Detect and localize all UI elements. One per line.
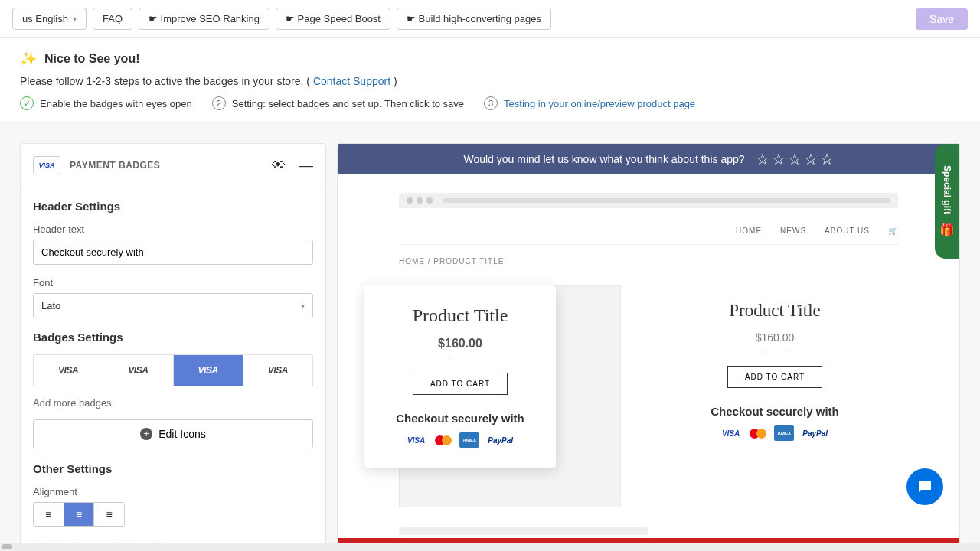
welcome-title: Nice to See you! bbox=[44, 52, 139, 66]
align-right-button[interactable]: ≡ bbox=[94, 503, 124, 526]
settings-panel: VISA PAYMENT BADGES 👁 — Header Settings … bbox=[20, 143, 326, 551]
edit-icons-button[interactable]: + Edit Icons bbox=[33, 419, 313, 448]
visa-logo-icon: VISA bbox=[33, 156, 60, 174]
chat-icon bbox=[916, 478, 934, 496]
check-icon: ✓ bbox=[20, 96, 34, 110]
alignment-label: Alignment bbox=[33, 486, 313, 497]
font-select[interactable]: Lato ▾ bbox=[33, 293, 313, 318]
badge-option-3[interactable]: VISA bbox=[174, 355, 243, 386]
step-2: 2 Setting: select badges and set up. The… bbox=[212, 96, 464, 110]
sparkle-icon: ✨ bbox=[20, 51, 37, 67]
testing-link[interactable]: Testing in your online/preview product p… bbox=[504, 98, 695, 109]
gift-icon: 🎁 bbox=[939, 223, 955, 237]
paypal-icon: PayPal bbox=[485, 432, 515, 448]
nav-home[interactable]: HOME bbox=[736, 227, 762, 235]
preview-area: Would you mind let us know what you thin… bbox=[337, 143, 960, 551]
badge-option-4[interactable]: VISA bbox=[243, 355, 312, 386]
star-icon[interactable]: ☆ bbox=[804, 150, 818, 168]
star-icon[interactable]: ☆ bbox=[820, 150, 834, 168]
popup-payment-icons: VISA AMEX PayPal bbox=[405, 432, 515, 448]
step-1: ✓ Enable the badges with eyes open bbox=[20, 96, 192, 110]
collapse-icon[interactable]: — bbox=[299, 158, 313, 174]
nav-about[interactable]: ABOUT US bbox=[825, 227, 870, 235]
nav-news[interactable]: NEWS bbox=[780, 227, 806, 235]
breadcrumb: HOME / PRODUCT TITLE bbox=[399, 245, 898, 278]
plus-icon: + bbox=[140, 428, 152, 440]
popup-product-title: Product Title bbox=[413, 305, 508, 326]
visa-icon: VISA bbox=[720, 425, 742, 441]
contact-support-link[interactable]: Contact Support bbox=[313, 75, 390, 87]
popup-add-to-cart-button[interactable]: ADD TO CART bbox=[413, 373, 508, 395]
horizontal-scrollbar[interactable] bbox=[0, 543, 980, 551]
intro-description: Please follow 1-2-3 steps to active the … bbox=[20, 75, 960, 87]
amex-icon: AMEX bbox=[459, 432, 479, 448]
rating-bar[interactable]: Would you mind let us know what you thin… bbox=[338, 144, 959, 174]
add-more-badges-label: Add more badges bbox=[33, 397, 313, 409]
eye-icon[interactable]: 👁 bbox=[272, 158, 286, 174]
align-left-button[interactable]: ≡ bbox=[34, 503, 64, 526]
chat-button[interactable] bbox=[906, 468, 943, 505]
paypal-icon: PayPal bbox=[800, 425, 830, 441]
star-icon[interactable]: ☆ bbox=[772, 150, 786, 168]
header-settings-title: Header Settings bbox=[33, 200, 313, 213]
add-to-cart-button[interactable]: ADD TO CART bbox=[727, 366, 822, 388]
star-icon[interactable]: ☆ bbox=[756, 150, 769, 168]
chevron-down-icon: ▾ bbox=[73, 15, 77, 23]
link-page-speed[interactable]: ☛ Page Speed Boost bbox=[276, 8, 390, 30]
faq-button[interactable]: FAQ bbox=[93, 8, 132, 30]
link-improve-seo[interactable]: ☛ Improve SEO Ranking bbox=[139, 8, 270, 30]
cart-icon[interactable]: 🛒 bbox=[888, 227, 898, 235]
popup-product-price: $160.00 bbox=[438, 337, 482, 350]
language-select[interactable]: us English ▾ bbox=[12, 8, 87, 30]
browser-chrome bbox=[399, 193, 898, 208]
font-label: Font bbox=[33, 277, 313, 289]
link-high-converting[interactable]: ☛ Build high-converting pages bbox=[397, 8, 551, 30]
other-settings-title: Other Settings bbox=[33, 462, 313, 475]
product-title: Product Title bbox=[729, 301, 821, 321]
star-icon[interactable]: ☆ bbox=[788, 150, 802, 168]
step-3: 3 Testing in your online/preview product… bbox=[484, 96, 695, 110]
header-text-input[interactable] bbox=[33, 240, 313, 265]
chevron-down-icon: ▾ bbox=[301, 302, 305, 310]
payment-icons: VISA AMEX PayPal bbox=[720, 425, 830, 441]
special-gift-tab[interactable]: Special gift 🎁 bbox=[935, 144, 959, 259]
checkout-header: Checkout securely with bbox=[710, 405, 839, 418]
amex-icon: AMEX bbox=[774, 425, 794, 441]
panel-title: PAYMENT BADGES bbox=[70, 160, 160, 171]
popup-checkout-header: Checkout securely with bbox=[396, 412, 524, 425]
header-text-label: Header text bbox=[33, 223, 313, 235]
visa-icon: VISA bbox=[405, 432, 427, 448]
alignment-buttons: ≡ ≡ ≡ bbox=[33, 502, 125, 527]
align-center-button[interactable]: ≡ bbox=[64, 503, 95, 526]
badge-option-1[interactable]: VISA bbox=[34, 355, 103, 386]
mastercard-icon bbox=[433, 432, 453, 448]
badges-settings-title: Badges Settings bbox=[33, 331, 313, 344]
mastercard-icon bbox=[748, 425, 768, 441]
product-popup-card: Product Title $160.00 ADD TO CART Checko… bbox=[364, 285, 556, 468]
save-button[interactable]: Save bbox=[916, 8, 968, 30]
badges-options: VISA VISA VISA VISA bbox=[33, 354, 313, 386]
badge-option-2[interactable]: VISA bbox=[103, 355, 173, 386]
product-price: $160.00 bbox=[756, 331, 795, 344]
